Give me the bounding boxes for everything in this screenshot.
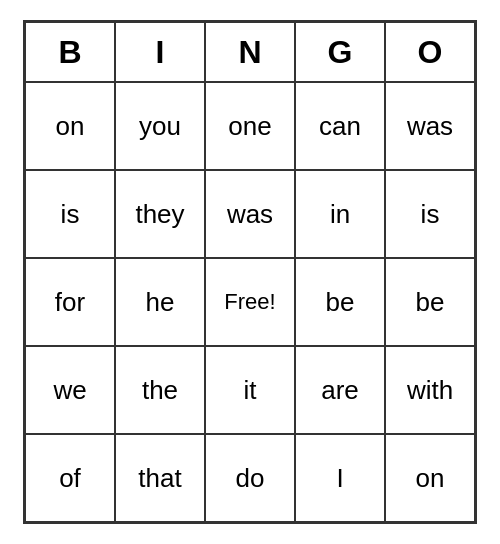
bingo-cell-r0-c4: was	[385, 82, 475, 170]
bingo-cell-r2-c3: be	[295, 258, 385, 346]
header-cell-b: B	[25, 22, 115, 82]
bingo-cell-r3-c2: it	[205, 346, 295, 434]
bingo-cell-r1-c2: was	[205, 170, 295, 258]
bingo-cell-r4-c0: of	[25, 434, 115, 522]
bingo-cell-r0-c2: one	[205, 82, 295, 170]
bingo-cell-r4-c1: that	[115, 434, 205, 522]
bingo-cell-r2-c2: Free!	[205, 258, 295, 346]
bingo-cell-r0-c1: you	[115, 82, 205, 170]
bingo-row-2: forheFree!bebe	[25, 258, 475, 346]
header-cell-i: I	[115, 22, 205, 82]
bingo-cell-r4-c2: do	[205, 434, 295, 522]
bingo-row-0: onyouonecanwas	[25, 82, 475, 170]
bingo-row-3: wetheitarewith	[25, 346, 475, 434]
bingo-card: BINGO onyouonecanwasistheywasinisforheFr…	[23, 20, 477, 524]
bingo-cell-r3-c0: we	[25, 346, 115, 434]
bingo-cell-r1-c4: is	[385, 170, 475, 258]
bingo-row-1: istheywasinis	[25, 170, 475, 258]
bingo-cell-r0-c3: can	[295, 82, 385, 170]
bingo-cell-r2-c1: he	[115, 258, 205, 346]
bingo-cell-r2-c0: for	[25, 258, 115, 346]
bingo-cell-r1-c3: in	[295, 170, 385, 258]
bingo-cell-r1-c1: they	[115, 170, 205, 258]
header-cell-o: O	[385, 22, 475, 82]
bingo-row-4: ofthatdoIon	[25, 434, 475, 522]
bingo-cell-r3-c3: are	[295, 346, 385, 434]
bingo-cell-r1-c0: is	[25, 170, 115, 258]
bingo-cell-r0-c0: on	[25, 82, 115, 170]
bingo-cell-r3-c1: the	[115, 346, 205, 434]
header-row: BINGO	[25, 22, 475, 82]
header-cell-g: G	[295, 22, 385, 82]
bingo-cell-r3-c4: with	[385, 346, 475, 434]
header-cell-n: N	[205, 22, 295, 82]
bingo-cell-r2-c4: be	[385, 258, 475, 346]
bingo-cell-r4-c3: I	[295, 434, 385, 522]
bingo-cell-r4-c4: on	[385, 434, 475, 522]
